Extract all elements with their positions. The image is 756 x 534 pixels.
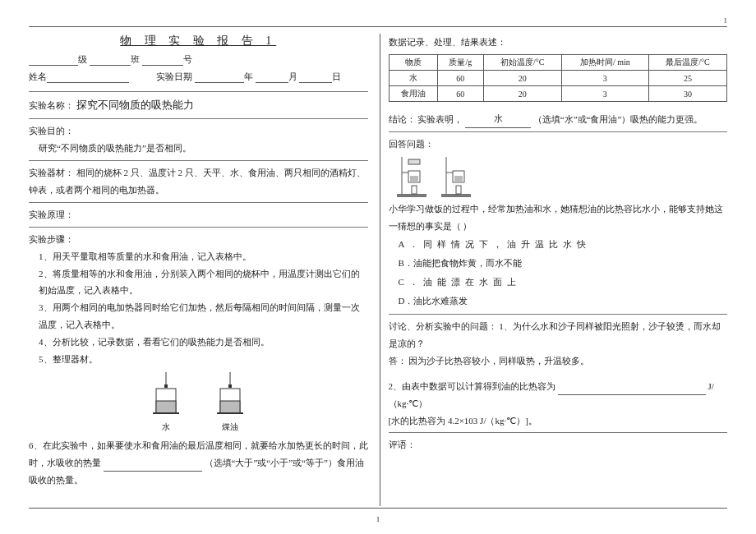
class-line: 级 班 号 [29, 53, 368, 66]
conclusion-row: 结论： 实验表明， 水 （选填“水”或“食用油”）吸热的能力更强。 [389, 110, 728, 128]
col-initial-temp: 初始温度/°C [483, 55, 561, 71]
two-column-layout: 物 理 实 验 报 告 1 级 班 号 姓名 实验日期 年 月 日 实验名称： … [29, 34, 727, 506]
cell: 20 [483, 86, 561, 102]
month-label: 月 [288, 71, 297, 81]
year-blank[interactable] [195, 82, 244, 83]
top-rule [29, 26, 727, 27]
right-column: 数据记录、处理、结果表述： 物质 质量/g 初始温度/°C 加热时间/ min … [380, 34, 728, 506]
option-c[interactable]: C．油能漂在水面上 [399, 273, 728, 292]
conclusion-post: （选填“水”或“食用油”）吸热的能力更强。 [533, 114, 703, 124]
exp-name-row: 实验名称： 探究不同物质的吸热能力 [29, 98, 368, 113]
steps-list: 1、用天平量取相等质量的水和食用油，记入表格中。 2、将质量相等的水和食用油，分… [29, 248, 368, 368]
data-table: 物质 质量/g 初始温度/°C 加热时间/ min 最后温度/°C 水 60 2… [389, 54, 728, 102]
apparatus-images [394, 153, 728, 200]
svg-rect-6 [228, 384, 232, 388]
discuss-answer: 因为沙子比热容较小，同样吸热，升温较多。 [408, 356, 589, 366]
beaker-water: 水 [146, 372, 186, 433]
beaker-water-label: 水 [146, 421, 186, 433]
step-2: 2、将质量相等的水和食用油，分别装入两个相同的烧杯中，用温度计测出它们的初始温度… [39, 265, 368, 300]
question-6: 6、在此实验中，如果要使水和食用油的最后温度相同，就要给水加热更长的时间，此时，… [29, 437, 368, 489]
step-1: 1、用天平量取相等质量的水和食用油，记入表格中。 [39, 248, 368, 265]
class-blank[interactable] [90, 65, 131, 66]
number-blank[interactable] [142, 65, 183, 66]
name-blank[interactable] [47, 82, 129, 83]
month-blank[interactable] [256, 82, 288, 83]
page-number-bottom: 1 [29, 515, 727, 523]
col-final-temp: 最后温度/°C [648, 55, 726, 71]
conclusion-blank[interactable]: 水 [465, 110, 531, 128]
beaker-oil-icon [210, 372, 250, 421]
answer-label: 答： [389, 356, 407, 366]
exp-name-label: 实验名称： [29, 100, 74, 110]
grade-blank[interactable] [29, 65, 78, 66]
purpose-value: 研究“不同物质的吸热能力”是否相同。 [29, 140, 368, 157]
steps-label: 实验步骤： [29, 233, 368, 246]
date-label: 实验日期 [156, 71, 192, 81]
svg-rect-18 [441, 194, 471, 197]
cell: 3 [561, 86, 648, 102]
records-label: 数据记录、处理、结果表述： [389, 36, 728, 48]
discussion: 讨论、分析实验中的问题： 1、为什么水和沙子同样被阳光照射，沙子较烫，而水却是凉… [389, 318, 728, 370]
report-title: 物 理 实 验 报 告 1 [29, 34, 368, 48]
svg-rect-14 [410, 176, 418, 182]
year-label: 年 [244, 71, 253, 81]
beaker-water-icon [146, 372, 186, 421]
table-header-row: 物质 质量/g 初始温度/°C 加热时间/ min 最后温度/°C [389, 55, 727, 71]
svg-rect-1 [164, 384, 168, 388]
q2-text: 2、由表中数据可以计算得到油的比热容为 [389, 381, 556, 391]
q2-blank[interactable] [558, 394, 706, 395]
cell: 食用油 [389, 86, 437, 102]
day-label: 日 [332, 71, 341, 81]
equipment-label: 实验器材： [29, 168, 74, 177]
table-row: 食用油 60 20 3 30 [389, 86, 727, 102]
svg-rect-21 [454, 176, 463, 182]
grade-label: 级 [78, 54, 87, 64]
name-label: 姓名 [29, 71, 47, 81]
conclusion-label: 结论： [389, 114, 416, 124]
qa-label: 回答问题： [389, 138, 728, 150]
cell: 25 [648, 71, 726, 86]
qa-intro: 小华学习做饭的过程中，经常加热油和水，她猜想油的比热容比水小，能够支持她这一猜想… [389, 200, 728, 235]
option-b[interactable]: B．油能把食物炸黄，而水不能 [399, 254, 728, 273]
equipment-row: 实验器材： 相同的烧杯 2 只、温度计 2 只、天平、水、食用油、两只相同的酒精… [29, 164, 368, 199]
options: A．同样情况下，油升温比水快 B．油能把食物炸黄，而水不能 C．油能漂在水面上 … [389, 235, 728, 311]
col-substance: 物质 [389, 55, 437, 71]
class-label: 班 [131, 54, 140, 64]
beaker-oil: 煤油 [210, 372, 250, 433]
step-4: 4、分析比较，记录数据，看看它们的吸热能力是否相同。 [39, 334, 368, 351]
step-5: 5、整理器材。 [39, 351, 368, 368]
left-column: 物 理 实 验 报 告 1 级 班 号 姓名 实验日期 年 月 日 实验名称： … [29, 34, 368, 506]
cell: 60 [437, 71, 483, 86]
beaker-oil-label: 煤油 [210, 421, 250, 433]
cell: 30 [648, 86, 726, 102]
svg-rect-11 [397, 194, 426, 197]
bottom-rule [29, 508, 727, 509]
equipment-value: 相同的烧杯 2 只、温度计 2 只、天平、水、食用油、两只相同的酒精灯、钟表，或… [29, 168, 366, 195]
cell: 20 [483, 71, 561, 86]
q2-hint: [水的比热容为 4.2×103 J/（kg·℃）]。 [389, 416, 537, 426]
col-heat-time: 加热时间/ min [561, 55, 648, 71]
svg-rect-3 [156, 401, 176, 413]
beaker-diagram: 水 煤油 [29, 372, 368, 433]
cell: 3 [561, 71, 648, 86]
option-a[interactable]: A．同样情况下，油升温比水快 [399, 235, 728, 254]
step-3: 3、用两个相同的电加热器同时给它们加热，然后每隔相同的时间间隔，测量一次温度，记… [39, 299, 368, 334]
svg-rect-22 [456, 186, 461, 194]
option-d[interactable]: D．油比水难蒸发 [399, 292, 728, 311]
svg-rect-16 [408, 159, 420, 164]
page-number-top: 1 [29, 16, 727, 25]
purpose-label: 实验目的： [29, 125, 368, 137]
question-2: 2、由表中数据可以计算得到油的比热容为 J/（kg·℃） [水的比热容为 4.2… [389, 378, 728, 430]
table-row: 水 60 20 3 25 [389, 71, 727, 86]
name-date-line: 姓名 实验日期 年 月 日 [29, 71, 368, 83]
principle-label: 实验原理： [29, 209, 368, 221]
col-mass: 质量/g [437, 55, 483, 71]
svg-rect-15 [412, 186, 417, 194]
retort-stand-icon [394, 153, 431, 200]
cell: 水 [389, 71, 437, 86]
exp-name-value: 探究不同物质的吸热能力 [76, 99, 194, 111]
retort-stand-icon [438, 153, 476, 200]
cell: 60 [437, 86, 483, 102]
q6-blank[interactable] [104, 471, 202, 472]
day-blank[interactable] [299, 82, 332, 83]
